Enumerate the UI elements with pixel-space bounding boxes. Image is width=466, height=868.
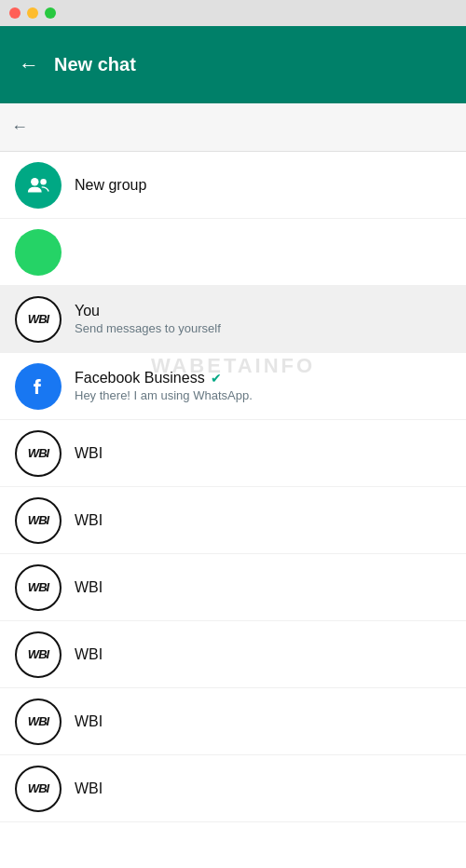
- avatar: WBI: [15, 564, 62, 611]
- contact-info: WBI: [75, 713, 451, 730]
- title-bar: [0, 0, 466, 26]
- list-item[interactable]: WBI WBI: [0, 554, 466, 621]
- list-item[interactable]: WBI WBI: [0, 621, 466, 688]
- contact-info: WBI: [75, 646, 451, 663]
- search-back-button[interactable]: ←: [11, 117, 28, 137]
- verified-badge: ✔: [211, 371, 222, 386]
- contact-name: New group: [75, 177, 451, 194]
- avatar: WBI: [15, 497, 62, 544]
- back-button[interactable]: ←: [19, 53, 39, 77]
- contact-name: Facebook Business ✔: [75, 370, 451, 387]
- contact-name: WBI: [75, 579, 451, 596]
- contact-status: Hey there! I am using WhatsApp.: [75, 388, 451, 402]
- list-item[interactable]: WBI WBI: [0, 420, 466, 487]
- close-button[interactable]: [9, 7, 21, 19]
- avatar: WBI: [15, 698, 62, 745]
- contact-info: Facebook Business ✔ Hey there! I am usin…: [75, 370, 451, 402]
- svg-point-0: [31, 178, 38, 185]
- contact-info: WBI: [75, 445, 451, 462]
- search-bar: ←: [0, 103, 466, 152]
- contact-name: WBI: [75, 445, 451, 462]
- minimize-button[interactable]: [27, 7, 38, 19]
- contact-info: WBI: [75, 780, 451, 797]
- avatar: [15, 162, 62, 209]
- contact-list: New group WBI You Send messages to yours…: [0, 152, 466, 868]
- contact-info: New group: [75, 177, 451, 194]
- avatar: WBI: [15, 766, 62, 812]
- search-input[interactable]: [37, 119, 455, 136]
- avatar: WBI: [15, 296, 62, 343]
- avatar: [15, 363, 62, 410]
- contact-name: WBI: [75, 512, 451, 529]
- list-item[interactable]: Facebook Business ✔ Hey there! I am usin…: [0, 353, 466, 420]
- list-item[interactable]: New group: [0, 152, 466, 219]
- contact-name: WBI: [75, 713, 451, 730]
- contact-info: You Send messages to yourself: [75, 303, 451, 335]
- header: ← New chat: [0, 26, 466, 103]
- contact-name: WBI: [75, 646, 451, 663]
- contact-name: You: [75, 303, 451, 319]
- list-item[interactable]: WBI WBI: [0, 487, 466, 554]
- contact-info: WBI: [75, 579, 451, 596]
- maximize-button[interactable]: [45, 7, 56, 19]
- list-item[interactable]: WBI WBI: [0, 688, 466, 755]
- avatar: WBI: [15, 631, 62, 678]
- contact-info: WBI: [75, 512, 451, 529]
- contact-status: Send messages to yourself: [75, 321, 451, 335]
- svg-point-1: [40, 179, 47, 185]
- page-title: New chat: [54, 54, 136, 75]
- avatar: WBI: [15, 430, 62, 477]
- list-item[interactable]: [0, 219, 466, 286]
- list-item[interactable]: WBI You Send messages to yourself: [0, 286, 466, 353]
- avatar: [15, 229, 62, 276]
- list-item[interactable]: WBI WBI: [0, 755, 466, 822]
- contact-name: WBI: [75, 780, 451, 797]
